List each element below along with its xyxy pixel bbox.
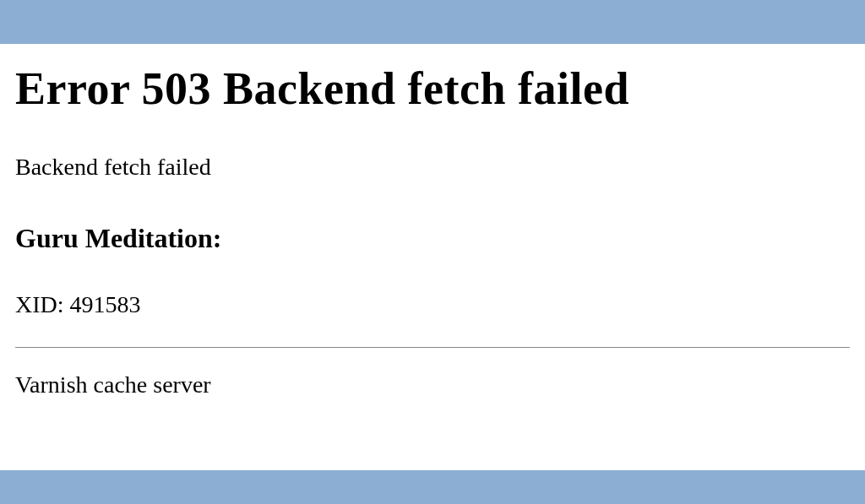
- server-info: Varnish cache server: [15, 371, 850, 398]
- error-title: Error 503 Backend fetch failed: [15, 62, 850, 115]
- error-message: Backend fetch failed: [15, 154, 850, 181]
- error-page-content: Error 503 Backend fetch failed Backend f…: [0, 44, 865, 470]
- xid-value: XID: 491583: [15, 291, 850, 318]
- divider: [15, 347, 850, 348]
- guru-meditation-heading: Guru Meditation:: [15, 223, 850, 254]
